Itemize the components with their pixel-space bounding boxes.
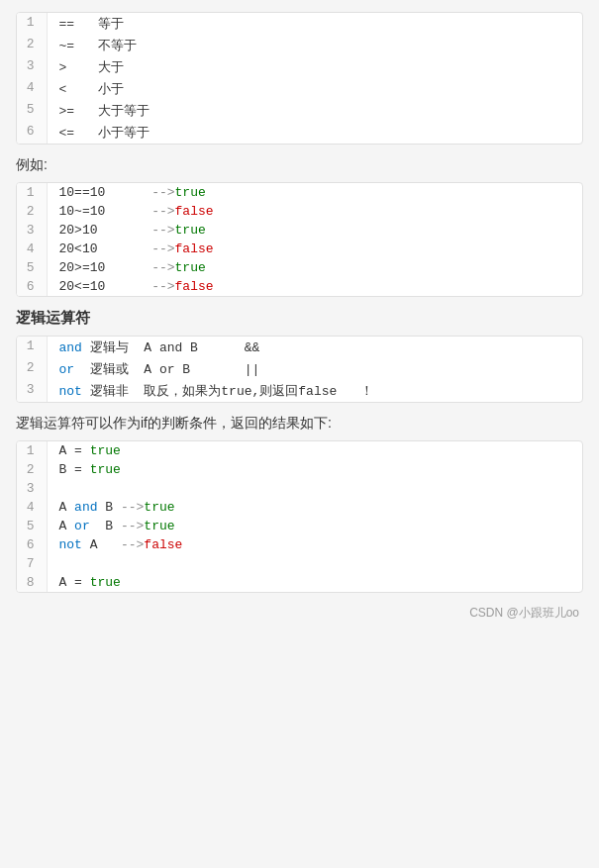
table-row: 2 or 逻辑或 A or B || [17,358,582,380]
table-row: 1 A = true [17,441,582,460]
line-number: 1 [17,441,47,460]
table-row: 5 A or B -->true [17,517,582,535]
line-number: 1 [17,183,47,202]
table-row: 4 < 小于 [17,78,582,100]
line-number: 3 [17,56,47,78]
logic-operators-block: 1 and 逻辑与 A and B && 2 or 逻辑或 A or B || … [16,336,583,403]
line-number: 5 [17,100,47,122]
line-code: >= 大于等于 [47,100,582,122]
table-row: 1 and 逻辑与 A and B && [17,337,582,358]
table-row: 3 20>10 -->true [17,221,582,240]
line-code: > 大于 [47,56,582,78]
table-row: 3 > 大于 [17,56,582,78]
table-row: 1 == 等于 [17,13,582,35]
line-number: 1 [17,337,47,358]
line-code: 20>=10 -->true [47,258,582,277]
line-code [47,479,582,498]
example-label: 例如: [16,156,583,174]
line-number: 5 [17,517,47,535]
line-number: 8 [17,573,47,592]
line-number: 3 [17,221,47,240]
table-row: 2 B = true [17,460,582,479]
line-number: 6 [17,535,47,554]
table-row: 7 [17,554,582,573]
table-row: 3 [17,479,582,498]
line-code: 20<10 -->false [47,240,582,258]
examples-table: 1 10==10 -->true 2 10~=10 -->false 3 20>… [17,183,582,296]
line-number: 3 [17,380,47,402]
line-code: A = true [47,573,582,592]
line-code: 20>10 -->true [47,221,582,240]
line-number: 2 [17,460,47,479]
line-number: 4 [17,498,47,517]
line-number: 2 [17,35,47,56]
line-code: 10==10 -->true [47,183,582,202]
logic-example-table: 1 A = true 2 B = true 3 4 A and B -->tru… [17,441,582,592]
table-row: 2 10~=10 -->false [17,202,582,221]
line-number: 2 [17,202,47,221]
table-row: 5 20>=10 -->true [17,258,582,277]
table-row: 6 not A -->false [17,535,582,554]
logic-desc: 逻辑运算符可以作为if的判断条件，返回的结果如下: [16,415,583,433]
table-row: 4 A and B -->true [17,498,582,517]
line-number: 4 [17,78,47,100]
table-row: 4 20<10 -->false [17,240,582,258]
line-number: 6 [17,277,47,296]
line-number: 5 [17,258,47,277]
comparison-operators-block: 1 == 等于 2 ~= 不等于 3 > 大于 4 < 小于 5 >= 大于等于 [16,12,583,145]
comparison-operators-table: 1 == 等于 2 ~= 不等于 3 > 大于 4 < 小于 5 >= 大于等于 [17,13,582,144]
line-code: and 逻辑与 A and B && [47,337,582,358]
line-code: B = true [47,460,582,479]
footer-credit: CSDN @小跟班儿oo [16,605,583,622]
table-row: 6 20<=10 -->false [17,277,582,296]
logic-operators-table: 1 and 逻辑与 A and B && 2 or 逻辑或 A or B || … [17,337,582,402]
line-code [47,554,582,573]
line-number: 7 [17,554,47,573]
line-code: not A -->false [47,535,582,554]
table-row: 5 >= 大于等于 [17,100,582,122]
line-number: 1 [17,13,47,35]
logic-example-block: 1 A = true 2 B = true 3 4 A and B -->tru… [16,440,583,593]
line-number: 2 [17,358,47,380]
line-code: A or B -->true [47,517,582,535]
line-code: < 小于 [47,78,582,100]
line-code: ~= 不等于 [47,35,582,56]
examples-block: 1 10==10 -->true 2 10~=10 -->false 3 20>… [16,182,583,297]
table-row: 1 10==10 -->true [17,183,582,202]
table-row: 3 not 逻辑非 取反，如果为true,则返回false ！ [17,380,582,402]
line-code: A = true [47,441,582,460]
line-number: 4 [17,240,47,258]
line-code: A and B -->true [47,498,582,517]
line-number: 3 [17,479,47,498]
line-code: <= 小于等于 [47,122,582,144]
line-code: or 逻辑或 A or B || [47,358,582,380]
table-row: 8 A = true [17,573,582,592]
line-code: not 逻辑非 取反，如果为true,则返回false ！ [47,380,582,402]
line-code: 20<=10 -->false [47,277,582,296]
table-row: 2 ~= 不等于 [17,35,582,56]
line-number: 6 [17,122,47,144]
line-code: == 等于 [47,13,582,35]
table-row: 6 <= 小于等于 [17,122,582,144]
line-code: 10~=10 -->false [47,202,582,221]
logic-title: 逻辑运算符 [16,309,583,328]
